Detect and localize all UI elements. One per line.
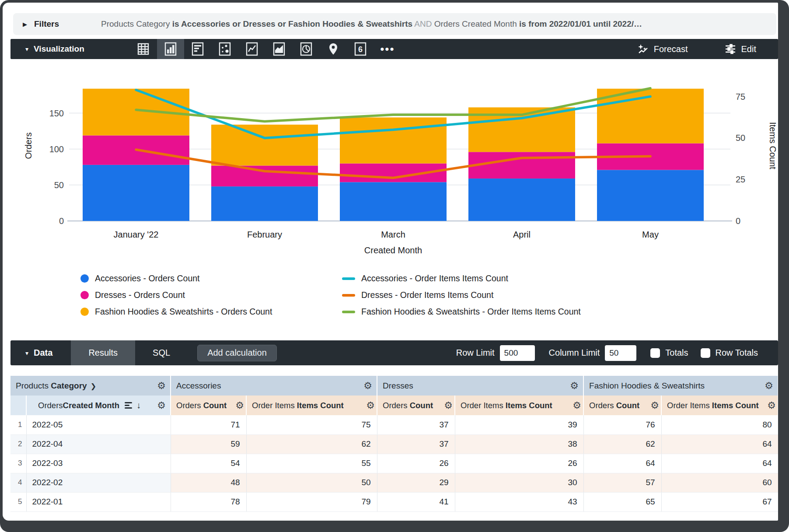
legend-item[interactable]: Accessories - Orders Count	[80, 273, 342, 284]
measure-cell[interactable]: 79	[246, 492, 377, 511]
measure-cell[interactable]: 26	[377, 454, 455, 473]
more-chart-types-icon[interactable]: •••	[374, 39, 401, 59]
gear-icon[interactable]: ⚙	[363, 381, 372, 391]
measure-cell[interactable]: 54	[171, 454, 246, 473]
gear-icon[interactable]: ⚙	[570, 381, 579, 391]
tab-results[interactable]: Results	[71, 340, 135, 365]
measure-cell[interactable]: 71	[171, 415, 246, 434]
gear-icon[interactable]: ⚙	[157, 381, 166, 391]
measure-cell[interactable]: 57	[583, 473, 661, 492]
edit-button[interactable]: Edit	[725, 43, 756, 55]
measure-cell[interactable]: 65	[583, 492, 661, 511]
measure-cell[interactable]: 64	[661, 434, 778, 454]
filters-expand-icon[interactable]: ▶	[23, 21, 27, 28]
bar-segment[interactable]	[597, 170, 704, 221]
legend-item[interactable]: Dresses - Order Items Items Count	[342, 290, 581, 300]
measure-cell[interactable]: 55	[246, 454, 377, 473]
measure-column-header[interactable]: Order Items Items Count⚙	[661, 396, 778, 415]
filters-bar[interactable]: ▶ Filters Products Category is Accessori…	[13, 13, 776, 35]
gear-icon[interactable]: ⚙	[573, 401, 581, 410]
bar-segment[interactable]	[468, 178, 575, 221]
sort-descending-icon[interactable]: ↓	[136, 400, 141, 410]
measure-cell[interactable]: 30	[455, 473, 583, 492]
x-axis-category-label: May	[642, 230, 659, 239]
measure-cell[interactable]: 76	[583, 415, 661, 434]
measure-cell[interactable]: 37	[377, 434, 455, 454]
dimension-cell[interactable]: 2022-02	[26, 473, 171, 492]
measure-cell[interactable]: 64	[661, 454, 778, 473]
data-collapse-icon[interactable]: ▾	[25, 350, 28, 357]
subtotals-icon[interactable]	[125, 402, 132, 409]
column-header-orders-created-month[interactable]: Orders Created Month↓⚙	[26, 396, 171, 415]
bar-segment[interactable]	[211, 166, 318, 187]
bar-segment[interactable]	[83, 165, 189, 221]
gear-icon[interactable]: ⚙	[765, 381, 773, 391]
gear-icon[interactable]: ⚙	[650, 401, 659, 410]
scatter-plot-icon[interactable]	[211, 39, 238, 59]
legend-item[interactable]: Fashion Hoodies & Sweatshirts - Orders C…	[80, 307, 342, 317]
column-group-header[interactable]: Dresses⚙	[377, 376, 583, 396]
row-limit-input[interactable]	[500, 345, 535, 361]
measure-cell[interactable]: 26	[455, 454, 583, 473]
gear-icon[interactable]: ⚙	[767, 401, 776, 410]
measure-cell[interactable]: 62	[246, 434, 377, 454]
forecast-button[interactable]: Forecast	[637, 43, 688, 55]
chevron-right-icon[interactable]: ❯	[91, 382, 96, 390]
legend-item[interactable]: Fashion Hoodies & Sweatshirts - Order It…	[342, 307, 581, 317]
measure-cell[interactable]: 39	[455, 415, 583, 434]
measure-cell[interactable]: 37	[377, 415, 455, 434]
measure-cell[interactable]: 43	[455, 492, 583, 511]
gear-icon[interactable]: ⚙	[366, 401, 375, 410]
measure-cell[interactable]: 38	[455, 434, 583, 454]
table-chart-icon[interactable]	[130, 39, 157, 59]
single-value-icon[interactable]: 6	[347, 39, 374, 59]
measure-cell[interactable]: 75	[246, 415, 377, 434]
measure-cell[interactable]: 60	[661, 473, 778, 492]
dimension-cell[interactable]: 2022-01	[26, 492, 171, 511]
bar-segment[interactable]	[340, 117, 447, 163]
tab-sql[interactable]: SQL	[135, 340, 188, 365]
measure-cell[interactable]: 80	[661, 415, 778, 434]
dimension-cell[interactable]: 2022-05	[26, 415, 171, 434]
dimension-cell[interactable]: 2022-03	[26, 454, 171, 473]
bar-segment[interactable]	[340, 182, 447, 221]
legend-item[interactable]: Dresses - Orders Count	[80, 290, 342, 300]
measure-cell[interactable]: 48	[171, 473, 246, 492]
column-limit-input[interactable]	[605, 345, 636, 361]
measure-cell[interactable]: 29	[377, 473, 455, 492]
stacked-column-line-chart[interactable]: 0501001500255075OrdersItems CountJanuary…	[10, 59, 778, 260]
measure-cell[interactable]: 59	[171, 434, 246, 454]
measure-cell[interactable]: 50	[246, 473, 377, 492]
gear-icon[interactable]: ⚙	[235, 401, 244, 410]
row-totals-checkbox[interactable]	[701, 348, 710, 358]
measure-cell[interactable]: 64	[583, 454, 661, 473]
measure-column-header[interactable]: Order Items Items Count⚙	[246, 396, 377, 415]
bar-chart-icon[interactable]	[184, 39, 211, 59]
visualization-collapse-icon[interactable]: ▾	[25, 46, 28, 52]
measure-cell[interactable]: 78	[171, 492, 246, 511]
column-group-header[interactable]: Fashion Hoodies & Sweatshirts⚙	[583, 376, 778, 396]
bar-segment[interactable]	[211, 125, 318, 166]
gear-icon[interactable]: ⚙	[157, 401, 166, 410]
column-header-products-category[interactable]: Products Category❯⚙	[10, 376, 171, 396]
add-calculation-button[interactable]: Add calculation	[197, 345, 277, 361]
pie-chart-icon[interactable]	[293, 39, 320, 59]
bar-segment[interactable]	[211, 186, 318, 221]
gear-icon[interactable]: ⚙	[444, 401, 453, 410]
dimension-cell[interactable]: 2022-04	[26, 434, 171, 454]
measure-column-header[interactable]: Orders Count⚙	[583, 396, 661, 415]
bar-segment[interactable]	[468, 152, 575, 178]
map-pin-icon[interactable]	[320, 39, 347, 59]
measure-cell[interactable]: 41	[377, 492, 455, 511]
legend-item[interactable]: Accessories - Order Items Items Count	[342, 273, 581, 284]
column-chart-icon[interactable]	[157, 39, 184, 59]
measure-cell[interactable]: 67	[661, 492, 778, 511]
measure-column-header[interactable]: Orders Count⚙	[377, 396, 455, 415]
column-group-header[interactable]: Accessories⚙	[171, 376, 377, 396]
area-chart-icon[interactable]	[265, 39, 293, 59]
totals-checkbox[interactable]	[650, 348, 660, 358]
measure-cell[interactable]: 62	[583, 434, 661, 454]
measure-column-header[interactable]: Orders Count⚙	[171, 396, 246, 415]
measure-column-header[interactable]: Order Items Items Count⚙	[455, 396, 583, 415]
line-chart-icon[interactable]	[238, 39, 265, 59]
